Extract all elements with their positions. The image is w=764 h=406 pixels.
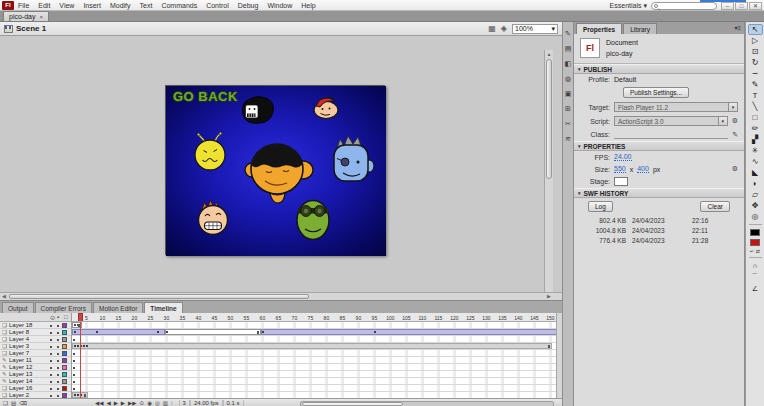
document-tab[interactable]: pico-day × <box>3 11 49 21</box>
menu-item[interactable]: Edit <box>38 2 50 9</box>
layer-row[interactable]: ✎Layer 14 <box>0 378 71 385</box>
close-button[interactable]: ✕ <box>749 2 762 10</box>
hand-tool[interactable]: ✥ <box>748 200 763 211</box>
layer-lock-dot[interactable] <box>57 388 59 390</box>
target-dropdown[interactable]: Flash Player 11.2▾ <box>614 102 738 112</box>
class-input[interactable] <box>614 130 728 139</box>
pencil-edit-icon[interactable]: ✎ <box>732 131 738 139</box>
stage-canvas[interactable]: GO BACK <box>165 85 385 255</box>
menu-item[interactable]: File <box>18 2 29 9</box>
publish-section-header[interactable]: ▾ PUBLISH <box>574 64 744 74</box>
code-snippets-panel-icon[interactable]: ⊞ <box>565 105 571 113</box>
layer-row[interactable]: ❏Layer 2 <box>0 392 71 398</box>
center-frame-button[interactable]: ⊙ <box>140 399 145 406</box>
frame-rate-readout[interactable]: 24.00 fps <box>190 400 223 406</box>
panel-tab[interactable]: Compiler Errors <box>35 302 93 313</box>
layer-row[interactable]: ✎Layer 11 <box>0 357 71 364</box>
layer-lock-dot[interactable] <box>57 367 59 369</box>
layer-lock-dot[interactable] <box>57 381 59 383</box>
new-folder-button[interactable]: ▤ <box>11 399 16 406</box>
components-panel-icon[interactable]: ✂ <box>565 120 571 128</box>
fps-value[interactable]: 24.00 <box>614 153 632 161</box>
search-input[interactable] <box>651 2 717 10</box>
menu-item[interactable]: Window <box>267 2 292 9</box>
static-frame-span[interactable] <box>165 329 261 335</box>
layer-visibility-dot[interactable] <box>50 353 52 355</box>
paint-bucket-tool[interactable]: ◣ <box>748 167 763 178</box>
motion-presets-panel-icon[interactable]: ≋ <box>565 135 571 143</box>
layer-outline-color-swatch[interactable] <box>62 372 67 377</box>
zoom-level-select[interactable]: 100%▾ <box>512 24 558 34</box>
go-to-last-frame-button[interactable]: ▶▶ <box>128 399 136 406</box>
free-transform-tool[interactable]: ⊡ <box>748 46 763 57</box>
frame-row[interactable] <box>72 329 556 336</box>
key-frame-span[interactable] <box>72 385 75 391</box>
eraser-tool[interactable]: ▱ <box>748 189 763 200</box>
frame-row[interactable] <box>72 385 556 392</box>
layer-name[interactable]: Layer 16 <box>9 385 32 391</box>
layer-name[interactable]: Layer 12 <box>9 364 32 370</box>
layer-row[interactable]: ✎Layer 13 <box>0 371 71 378</box>
outline-all-layers-icon[interactable]: □ <box>64 314 68 320</box>
panel-tab[interactable]: Motion Editor <box>93 302 143 313</box>
frame-row[interactable] <box>72 350 556 357</box>
frame-row[interactable] <box>72 364 556 371</box>
frame-row[interactable] <box>72 322 556 329</box>
playhead-marker[interactable] <box>78 313 83 322</box>
zoom-tool[interactable]: ◎ <box>748 211 763 222</box>
key-frame-span[interactable] <box>72 350 75 356</box>
workspace-switcher[interactable]: Essentials▾ <box>610 2 647 10</box>
layer-visibility-dot[interactable] <box>50 395 52 397</box>
layer-name[interactable]: Layer 8 <box>9 329 29 335</box>
layer-name[interactable]: Layer 7 <box>9 350 29 356</box>
scroll-up-icon[interactable]: ▲ <box>545 50 553 58</box>
frame-row[interactable] <box>72 343 556 350</box>
onion-skin-outlines-button[interactable]: ◎ <box>155 399 160 406</box>
pencil-tool[interactable]: ✏ <box>748 123 763 134</box>
info-panel-icon[interactable]: ◍ <box>565 75 571 83</box>
layer-lock-dot[interactable] <box>57 325 59 327</box>
scene-name[interactable]: Scene 1 <box>16 24 46 33</box>
frame-row[interactable] <box>72 378 556 385</box>
layer-row[interactable]: ❏Layer 18 <box>0 322 71 329</box>
step-back-button[interactable]: ◀ <box>106 399 110 406</box>
menu-item[interactable]: Debug <box>238 2 259 9</box>
timeline-horizontal-scrollbar[interactable] <box>300 401 554 406</box>
layer-outline-color-swatch[interactable] <box>62 323 67 328</box>
publish-settings-button[interactable]: Publish Settings... <box>623 87 689 98</box>
layer-outline-color-swatch[interactable] <box>62 337 67 342</box>
play-button[interactable]: ▶ <box>114 399 118 406</box>
layer-lock-dot[interactable] <box>57 353 59 355</box>
layer-visibility-dot[interactable] <box>50 367 52 369</box>
snap-to-objects-icon[interactable]: ∩ <box>752 262 757 269</box>
layer-name[interactable]: Layer 18 <box>9 322 32 328</box>
menu-item[interactable]: Text <box>140 2 153 9</box>
menu-item[interactable]: Help <box>301 2 315 9</box>
tab-properties[interactable]: Properties <box>576 23 622 34</box>
stage-pasteboard[interactable]: GO BACK ▲ <box>0 36 553 292</box>
layer-outline-color-swatch[interactable] <box>62 358 67 363</box>
key-frame-span[interactable] <box>72 364 75 370</box>
swatches-panel-icon[interactable]: ▤ <box>565 45 572 53</box>
layer-lock-dot[interactable] <box>57 395 59 397</box>
frame-row[interactable] <box>72 336 556 343</box>
stage-vertical-scrollbar[interactable]: ▲ <box>544 50 553 292</box>
minimize-button[interactable]: – <box>721 2 734 10</box>
layer-row[interactable]: ❏Layer 16 <box>0 385 71 392</box>
layer-lock-dot[interactable] <box>57 339 59 341</box>
deco-tool[interactable]: ✳ <box>748 145 763 156</box>
playhead-line[interactable] <box>80 322 81 398</box>
key-frame-span[interactable] <box>72 336 75 342</box>
stage-color-swatch[interactable] <box>614 177 628 186</box>
line-tool[interactable]: ╲ <box>748 101 763 112</box>
stroke-color-swatch[interactable] <box>750 229 760 236</box>
tween-frame-span[interactable] <box>261 329 559 335</box>
layer-lock-dot[interactable] <box>57 346 59 348</box>
modify-markers-button[interactable]: ⁞ <box>171 399 173 406</box>
layer-visibility-dot[interactable] <box>50 388 52 390</box>
key-frame-span[interactable] <box>72 378 75 384</box>
scrollbar-thumb[interactable] <box>546 59 552 179</box>
swap-colors-button[interactable]: ⇄ <box>756 248 760 254</box>
wrench-icon[interactable]: ⚙ <box>732 117 738 125</box>
layer-row[interactable]: ❏Layer 8 <box>0 329 71 336</box>
